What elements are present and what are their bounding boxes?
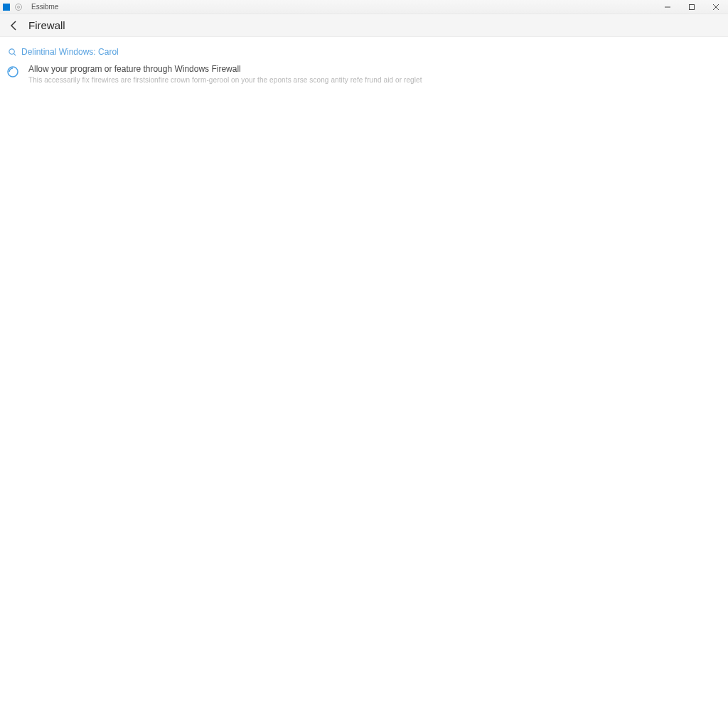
svg-point-0 <box>16 4 22 10</box>
section-description: This accessarily fix firewires are first… <box>28 76 422 84</box>
window-controls <box>655 0 728 14</box>
page-title: Firewall <box>28 19 65 31</box>
titlebar-app-name: Essibme <box>31 3 58 11</box>
maximize-button[interactable] <box>680 0 704 14</box>
settings-link-row[interactable]: Delintinal Windows: Carol <box>7 47 722 57</box>
titlebar: Essibme <box>0 0 728 14</box>
search-icon <box>7 47 17 57</box>
allow-program-section: Allow your program or feature through Wi… <box>6 64 722 84</box>
svg-point-6 <box>9 48 14 53</box>
titlebar-left: Essibme <box>0 3 58 11</box>
header: Firewall <box>0 14 728 37</box>
svg-line-7 <box>14 53 16 55</box>
gear-icon <box>14 3 23 11</box>
svg-point-1 <box>18 6 20 8</box>
section-text: Allow your program or feature through Wi… <box>28 64 422 84</box>
shield-icon <box>6 65 20 79</box>
section-title: Allow your program or feature through Wi… <box>28 64 422 74</box>
back-button[interactable] <box>4 16 24 36</box>
svg-rect-3 <box>690 4 695 9</box>
settings-link-label[interactable]: Delintinal Windows: Carol <box>21 47 119 57</box>
close-button[interactable] <box>704 0 728 14</box>
app-icon <box>3 4 10 11</box>
minimize-button[interactable] <box>655 0 680 14</box>
content-area: Delintinal Windows: Carol Allow your pro… <box>0 37 728 84</box>
